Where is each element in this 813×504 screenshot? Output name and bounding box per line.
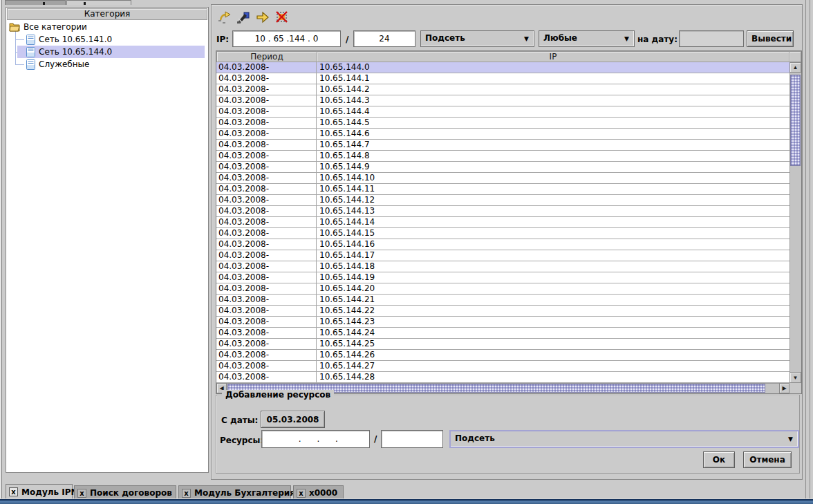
- scrollbar-corner: [789, 383, 801, 393]
- delete-resource-button[interactable]: [273, 9, 290, 26]
- tab-label: Поиск договоров: [90, 486, 173, 500]
- table-row[interactable]: 04.03.2008-10.65.144.23: [216, 317, 789, 328]
- tree-item-all-categories[interactable]: Все категории: [7, 21, 207, 33]
- table-row[interactable]: 04.03.2008-10.65.144.3: [216, 95, 789, 106]
- scroll-down-button[interactable]: ▼: [789, 372, 801, 383]
- date-input[interactable]: [679, 30, 744, 47]
- table-row[interactable]: 04.03.2008-10.65.144.28: [216, 372, 789, 383]
- from-date-button[interactable]: 05.03.2008: [261, 411, 325, 428]
- add-resource-button[interactable]: [215, 9, 232, 26]
- resources-mask-input[interactable]: [381, 430, 443, 448]
- cell-ip: 10.65.144.22: [317, 306, 789, 316]
- top-tab-partial-2[interactable]: [66, 0, 131, 5]
- tree-item-network-144[interactable]: Сеть 10.65.144.0: [7, 46, 207, 58]
- table-row[interactable]: 04.03.2008-10.65.144.22: [216, 306, 789, 317]
- cell-period: 04.03.2008-: [216, 151, 317, 161]
- cell-ip: 10.65.144.17: [317, 250, 789, 261]
- table-row[interactable]: 04.03.2008-10.65.144.13: [216, 206, 789, 217]
- cell-period: 04.03.2008-: [216, 372, 317, 382]
- ip-mask-separator: /: [346, 35, 348, 44]
- table-row[interactable]: 04.03.2008-10.65.144.19: [216, 272, 789, 283]
- subnet-type-select[interactable]: Подсеть ▼: [420, 30, 534, 47]
- table-row[interactable]: 04.03.2008-10.65.144.6: [216, 129, 789, 140]
- table-row[interactable]: 04.03.2008-10.65.144.5: [216, 118, 789, 129]
- table-row[interactable]: 04.03.2008-10.65.144.10: [216, 173, 789, 184]
- close-icon[interactable]: x: [9, 487, 18, 496]
- mask-input[interactable]: [353, 30, 415, 47]
- table-row[interactable]: 04.03.2008-10.65.144.2: [216, 84, 789, 95]
- cell-period: 04.03.2008-: [216, 283, 317, 294]
- table-row[interactable]: 04.03.2008-10.65.144.12: [216, 195, 789, 206]
- table-row[interactable]: 04.03.2008-10.65.144.25: [216, 339, 789, 350]
- cell-period: 04.03.2008-: [216, 62, 317, 73]
- table-row[interactable]: 04.03.2008-10.65.144.16: [216, 239, 789, 250]
- scroll-right-button[interactable]: ▶: [779, 383, 789, 393]
- ip-address-input[interactable]: [232, 30, 341, 47]
- tab-label: Модуль Бухгалтерия: [194, 486, 288, 500]
- cell-period: 04.03.2008-: [216, 129, 317, 139]
- tree-item-service[interactable]: Служебные: [7, 58, 207, 71]
- table-row[interactable]: 04.03.2008-10.65.144.26: [216, 350, 789, 361]
- table-row[interactable]: 04.03.2008-10.65.144.14: [216, 217, 789, 228]
- table-row[interactable]: 04.03.2008-10.65.144.20: [216, 283, 789, 295]
- window-border-left-inner: [1, 0, 2, 504]
- tab-module-accounting[interactable]: x Модуль Бухгалтерия: [178, 485, 291, 499]
- cell-period: 04.03.2008-: [216, 295, 317, 305]
- tab-module-ipn[interactable]: x Модуль IPN: [6, 484, 73, 499]
- cell-period: 04.03.2008-: [216, 162, 317, 172]
- cancel-button[interactable]: Отмена: [743, 451, 792, 468]
- tree-item-network-141[interactable]: Сеть 10.65.141.0: [7, 33, 207, 46]
- top-tab-text-fragment: [84, 2, 86, 5]
- document-icon: [26, 35, 35, 44]
- table-row[interactable]: 04.03.2008-10.65.144.8: [216, 151, 789, 162]
- show-button[interactable]: Вывести: [747, 30, 794, 47]
- close-icon[interactable]: x: [77, 489, 86, 498]
- apply-forward-button[interactable]: [254, 9, 271, 26]
- cell-ip: 10.65.144.3: [317, 95, 789, 106]
- scroll-up-button[interactable]: ▲: [789, 62, 801, 73]
- cell-ip: 10.65.144.18: [317, 261, 789, 272]
- category-tree-header[interactable]: Категория: [7, 8, 207, 20]
- cell-ip: 10.65.144.28: [317, 372, 789, 382]
- table-row[interactable]: 04.03.2008-10.65.144.18: [216, 261, 789, 272]
- cell-period: 04.03.2008-: [216, 95, 317, 106]
- edit-resource-button[interactable]: [234, 9, 252, 26]
- cell-period: 04.03.2008-: [216, 84, 317, 95]
- table-row[interactable]: 04.03.2008-10.65.144.9: [216, 162, 789, 173]
- close-icon[interactable]: x: [182, 489, 191, 498]
- tab-contract-search[interactable]: x Поиск договоров: [74, 485, 176, 499]
- cell-ip: 10.65.144.23: [317, 317, 789, 327]
- resources-type-select[interactable]: Подсеть ▼: [449, 430, 799, 448]
- resources-ip-input[interactable]: [261, 430, 370, 448]
- table-row[interactable]: 04.03.2008-10.65.144.11: [216, 184, 789, 195]
- subnet-type-value: Подсеть: [425, 33, 465, 43]
- cell-ip: 10.65.144.19: [317, 272, 789, 283]
- cell-period: 04.03.2008-: [216, 195, 317, 205]
- resources-label: Ресурсы:: [220, 436, 263, 445]
- table-row[interactable]: 04.03.2008-10.65.144.0: [216, 62, 789, 73]
- top-tab-partial-1[interactable]: [5, 0, 66, 5]
- table-row[interactable]: 04.03.2008-10.65.144.27: [216, 361, 789, 372]
- column-header-period[interactable]: Период: [216, 51, 317, 62]
- ok-button[interactable]: Ок: [703, 451, 735, 468]
- tab-x0000[interactable]: x x0000: [293, 485, 344, 499]
- close-icon[interactable]: x: [297, 489, 306, 498]
- cell-ip: 10.65.144.2: [317, 84, 789, 95]
- resources-type-value: Подсеть: [455, 433, 495, 443]
- table-row[interactable]: 04.03.2008-10.65.144.1: [216, 73, 789, 84]
- table-row[interactable]: 04.03.2008-10.65.144.15: [216, 228, 789, 239]
- any-filter-value: Любые: [543, 33, 577, 43]
- cell-period: 04.03.2008-: [216, 350, 317, 360]
- table-row[interactable]: 04.03.2008-10.65.144.21: [216, 295, 789, 306]
- table-row[interactable]: 04.03.2008-10.65.144.7: [216, 140, 789, 151]
- vertical-scrollbar-thumb[interactable]: [790, 75, 801, 166]
- column-header-ip[interactable]: IP: [317, 51, 789, 62]
- cell-ip: 10.65.144.11: [317, 184, 789, 194]
- table-row[interactable]: 04.03.2008-10.65.144.24: [216, 328, 789, 339]
- cell-ip: 10.65.144.7: [317, 140, 789, 150]
- table-row[interactable]: 04.03.2008-10.65.144.17: [216, 250, 789, 261]
- table-row[interactable]: 04.03.2008-10.65.144.4: [216, 106, 789, 118]
- cell-ip: 10.65.144.27: [317, 361, 789, 371]
- cell-period: 04.03.2008-: [216, 250, 317, 261]
- any-filter-select[interactable]: Любые ▼: [539, 30, 635, 47]
